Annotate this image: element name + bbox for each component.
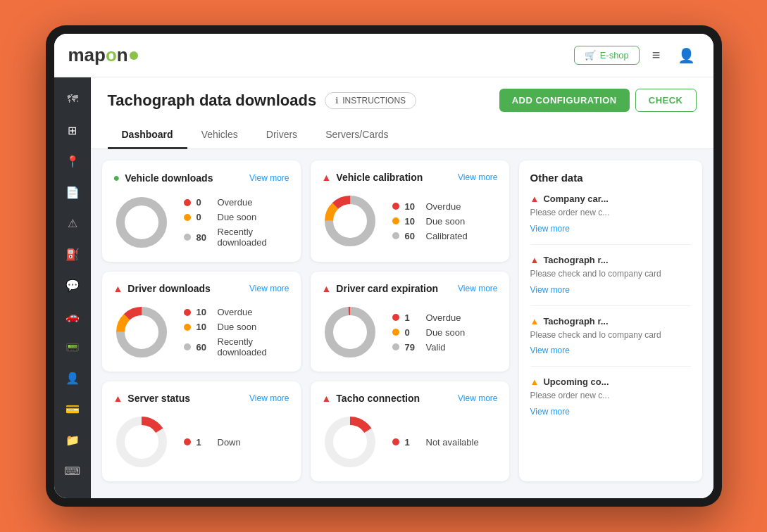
sidebar-item-dashboard[interactable]: ⊞ [59,117,86,144]
server-status-title: ▲ Server status [113,393,191,404]
content-area: Tachograph data downloads ℹ INSTRUCTIONS… [91,77,713,498]
sidebar-item-folder[interactable]: 📁 [59,426,86,453]
alert-tacho-r1-title: ▲ Tachograph r... [530,255,691,265]
driver-card-expiration-header: ▲ Driver card expiration View more [322,283,498,294]
legend-item-recently: 80 Recently downloaded [184,227,289,248]
alert-upcoming-desc: Please order new c... [530,390,691,402]
add-configuration-button[interactable]: ADD CONFIGURATION [499,89,630,112]
page-title-row: Tachograph data downloads ℹ INSTRUCTIONS… [108,89,697,112]
legend-item-overdue: 0 Overdue [184,197,289,208]
top-actions: 🛒 E-shop ≡ 👤 [574,44,699,67]
svg-point-11 [329,311,371,353]
vehicle-downloads-body: 0 Overdue 0 Due soon 8 [113,194,289,251]
driver-card-expiration-view-more[interactable]: View more [458,284,497,293]
alert-tacho-r1-link[interactable]: View more [530,285,570,295]
tab-vehicles[interactable]: Vehicles [187,122,252,149]
dot-red [392,438,399,445]
fuel-icon: ⛽ [66,248,80,261]
dot-gray [392,343,399,350]
alert-upcoming-link[interactable]: View more [530,407,570,417]
eshop-label: E-shop [600,50,629,61]
ok-status-icon: ● [113,172,120,184]
tab-drivers[interactable]: Drivers [252,122,311,149]
header-actions: ADD CONFIGURATION CHECK [499,89,697,112]
tacho-connection-legend: 1 Not available [392,437,479,448]
dot-yellow [392,217,399,224]
user-button[interactable]: 👤 [673,44,699,67]
alert-tacho-r2-link[interactable]: View more [530,346,570,355]
alert-company-card-link[interactable]: View more [530,224,570,234]
car-icon: 🚗 [66,310,80,323]
sidebar-item-tacho[interactable]: 📟 [59,334,86,360]
menu-button[interactable]: ≡ [648,44,665,66]
dot-red [184,309,191,316]
keyboard-icon: ⌨ [64,464,80,478]
dce-warning-icon: ▲ [322,283,332,294]
top-bar: mapon 🛒 E-shop ≡ 👤 [54,34,713,77]
sidebar-item-fuel[interactable]: ⛽ [59,241,86,267]
eshop-button[interactable]: 🛒 E-shop [574,46,640,65]
alert-tacho-r2-desc: Please check and lo company card [530,329,691,341]
driver-card-expiration-title: ▲ Driver card expiration [322,283,439,294]
alert-red-icon-2: ▲ [530,255,540,265]
sidebar: 🗺 ⊞ 📍 📄 ⚠ ⛽ 💬 🚗 📟 👤 💳 📁 ⌨ [54,77,91,498]
document-icon: 📄 [66,186,80,199]
dot-gray [184,343,191,350]
tacho-icon: 📟 [66,341,80,354]
check-button[interactable]: CHECK [635,89,697,112]
dot-gray [184,234,191,241]
logo-dot [130,51,138,60]
driver-downloads-donut [113,304,170,360]
tacho-connection-header: ▲ Tacho connection View more [322,393,498,404]
other-data-panel: Other data ▲ Company car... Please order… [519,160,702,481]
sidebar-item-chat[interactable]: 💬 [59,272,86,298]
sidebar-item-alert[interactable]: ⚠ [59,210,86,236]
vehicle-calibration-title: ▲ Vehicle calibration [322,172,423,183]
ss-legend-down: 1 Down [184,437,241,448]
legend-item-due-soon: 0 Due soon [184,212,289,222]
alert-red-icon: ▲ [530,194,540,204]
driver-downloads-view-more[interactable]: View more [249,284,289,293]
dce-legend-overdue: 1 Overdue [392,312,466,323]
tab-servers-cards[interactable]: Servers/Cards [311,122,402,149]
sidebar-item-location[interactable]: 📍 [59,148,86,175]
tab-dashboard[interactable]: Dashboard [108,122,187,149]
vehicle-calibration-view-more[interactable]: View more [458,172,497,182]
vehicle-calibration-legend: 10 Overdue 10 Due soon [392,201,468,241]
alert-item-tacho-r1: ▲ Tachograph r... Please check and lo co… [530,255,691,306]
dashboard-grid: ● Vehicle downloads View more [91,149,713,493]
instructions-label: INSTRUCTIONS [342,96,406,106]
dce-legend-valid: 79 Valid [392,342,466,353]
main-layout: 🗺 ⊞ 📍 📄 ⚠ ⛽ 💬 🚗 📟 👤 💳 📁 ⌨ [54,77,713,498]
sidebar-item-map[interactable]: 🗺 [59,86,86,113]
alert-company-card-title: ▲ Company car... [530,194,691,204]
vehicle-calibration-body: 10 Overdue 10 Due soon [322,193,498,249]
location-icon: 📍 [66,155,80,168]
logo: mapon [68,44,138,66]
tabs: Dashboard Vehicles Drivers Servers/Cards [108,122,697,148]
page-header: Tachograph data downloads ℹ INSTRUCTIONS… [91,77,713,149]
server-status-header: ▲ Server status View more [113,393,289,404]
driver-card-expiration-legend: 1 Overdue 0 Due soon 7 [392,312,466,353]
driver-card-expiration-donut [322,304,378,360]
instructions-button[interactable]: ℹ INSTRUCTIONS [325,92,416,109]
sidebar-item-keyboard[interactable]: ⌨ [59,457,86,484]
sidebar-item-person[interactable]: 👤 [59,365,86,391]
dd-legend-recently: 60 Recently downloaded [184,336,289,357]
vehicle-downloads-view-more[interactable]: View more [249,173,289,183]
tc-legend-not-available: 1 Not available [392,437,479,448]
dot-red [392,203,399,210]
device-screen: mapon 🛒 E-shop ≡ 👤 🗺 ⊞ 📍 📄 ⚠ ⛽ [54,34,713,498]
alert-item-upcoming: ▲ Upcoming co... Please order new c... V… [530,376,691,427]
server-status-view-more[interactable]: View more [249,393,289,403]
ss-warning-icon: ▲ [113,393,123,404]
page-title: Tachograph data downloads [108,91,317,110]
sidebar-item-card[interactable]: 💳 [59,395,86,422]
dot-red [184,199,191,206]
alert-tacho-r1-desc: Please check and lo company card [530,268,691,280]
sidebar-item-car[interactable]: 🚗 [59,303,86,329]
dot-gray [392,232,399,239]
tacho-connection-view-more[interactable]: View more [458,393,497,403]
folder-icon: 📁 [66,433,80,447]
sidebar-item-document[interactable]: 📄 [59,179,86,205]
